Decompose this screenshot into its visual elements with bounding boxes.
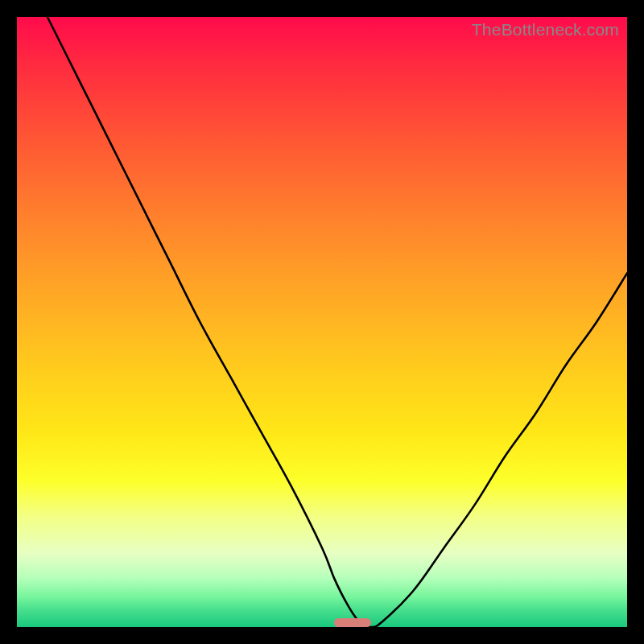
chart-frame: TheBottleneck.com: [0, 0, 644, 644]
bottleneck-curve: [17, 17, 627, 627]
plot-area: TheBottleneck.com: [17, 17, 627, 627]
minimum-marker: [334, 618, 370, 627]
curve-path: [47, 17, 627, 627]
